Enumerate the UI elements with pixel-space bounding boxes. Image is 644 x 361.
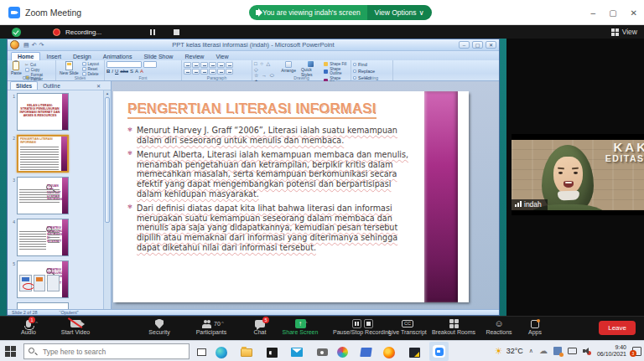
reset-button[interactable]: Reset — [82, 67, 100, 71]
pause-recording-toolbar-icon[interactable] — [352, 319, 361, 328]
italic-button[interactable]: I — [112, 69, 113, 75]
slide-thumbnail-1[interactable]: 1 KELAS LITERASI: STRATEGI PENELUSURAN I… — [9, 93, 111, 131]
pause-recording-icon[interactable] — [150, 29, 155, 35]
ppt-minimize-icon[interactable]: – — [459, 41, 470, 49]
speaker-tray-icon[interactable] — [583, 348, 591, 355]
ppt-maximize-icon[interactable]: ▢ — [472, 41, 483, 49]
firefox-button[interactable] — [381, 344, 397, 360]
grow-font-button[interactable]: A — [135, 69, 138, 75]
encryption-shield-icon[interactable] — [12, 28, 21, 37]
replace-button[interactable]: Replace — [353, 69, 391, 74]
font-name-dropdown[interactable] — [106, 61, 142, 68]
security-button[interactable]: Security — [138, 318, 180, 335]
pane-tab-outline[interactable]: Outline — [38, 82, 65, 90]
bold-button[interactable]: B — [106, 69, 110, 75]
find-button[interactable]: Find — [353, 62, 391, 67]
text-direction-button[interactable] — [226, 62, 233, 68]
shadow-button[interactable]: S — [130, 69, 133, 75]
scrollbar-thumb[interactable] — [105, 97, 110, 223]
scroll-up-icon[interactable]: ▲ — [104, 91, 111, 95]
tab-slide-show[interactable]: Slide Show — [138, 53, 179, 60]
tab-animations[interactable]: Animations — [97, 53, 138, 60]
webcam-panel[interactable]: KAK EDITASI indah — [512, 134, 644, 215]
start-video-button[interactable]: ^ Start Video — [49, 318, 102, 335]
bullets-button[interactable] — [184, 62, 191, 68]
underline-button[interactable]: U — [115, 69, 118, 75]
increase-indent-button[interactable] — [209, 62, 216, 68]
new-slide-button[interactable]: New Slide — [58, 61, 80, 75]
slide-thumbnail-3[interactable]: 3 TUJUAN DAN MANFAAT LITERASI INFORMASI — [9, 177, 111, 214]
ppt-close-icon[interactable]: ✕ — [486, 41, 496, 49]
slide-thumbnail-5[interactable]: 5 STRATEGI PENELUSURAN INFORMASI DI INTE… — [9, 260, 111, 298]
reactions-button[interactable]: ☺ Reactions — [480, 318, 518, 335]
temperature-label[interactable]: 32°C — [506, 347, 523, 355]
camera-app-button[interactable] — [314, 344, 330, 360]
stop-recording-toolbar-icon[interactable] — [364, 319, 373, 328]
mail-button[interactable] — [288, 344, 305, 360]
shape-outline-button[interactable]: Shape Outline — [324, 67, 349, 75]
numbering-button[interactable] — [192, 62, 200, 68]
blue-app-button[interactable] — [357, 344, 374, 360]
breakout-rooms-button[interactable]: Breakout Rooms — [426, 318, 481, 335]
tab-design[interactable]: Design — [67, 53, 97, 60]
cut-button[interactable]: ✂Cut — [25, 62, 54, 67]
store-button[interactable] — [263, 344, 280, 360]
tab-insert[interactable]: Insert — [40, 53, 67, 60]
weather-sun-icon[interactable]: ☀ — [495, 347, 503, 356]
dark-app-button[interactable] — [406, 344, 423, 360]
line-spacing-button[interactable] — [217, 62, 225, 68]
view-button[interactable]: View — [611, 28, 637, 36]
zoom-taskbar-button[interactable] — [429, 342, 449, 361]
pane-tab-slides[interactable]: Slides — [10, 81, 38, 90]
font-size-dropdown[interactable] — [143, 61, 157, 68]
current-slide[interactable]: PENGERTIAN LITERASI INFORMASI Menurut Ha… — [113, 91, 469, 302]
decrease-indent-button[interactable] — [200, 62, 208, 68]
slide-thumbnail-2-selected[interactable]: 2 PENGERTIAN LITERASI INFORMASI — [9, 135, 111, 173]
participants-button[interactable]: 70 ^ Participants — [180, 318, 242, 335]
thumbnail-scrollbar[interactable]: ▲ — [103, 90, 111, 309]
align-right-button[interactable] — [200, 69, 208, 75]
align-left-button[interactable] — [184, 69, 191, 75]
arrange-button[interactable]: Arrange — [279, 61, 298, 73]
stop-recording-icon[interactable] — [174, 29, 179, 35]
view-options-button[interactable]: View Options ∨ — [367, 5, 432, 20]
tab-review[interactable]: Review — [179, 53, 210, 60]
onedrive-cloud-icon[interactable]: ☁ — [539, 347, 548, 355]
tab-view[interactable]: View — [210, 53, 234, 60]
smartart-button[interactable] — [226, 69, 233, 75]
pane-close-icon[interactable]: ✕ — [96, 83, 101, 89]
task-view-button[interactable] — [193, 344, 210, 360]
taskbar-clock[interactable]: 9:40 06/10/2021 — [597, 344, 626, 358]
tab-home[interactable]: Home — [11, 52, 40, 60]
justify-button[interactable] — [209, 69, 216, 75]
taskbar-search-input[interactable] — [23, 343, 190, 359]
copy-button[interactable]: Copy — [25, 68, 54, 72]
columns-button[interactable] — [217, 69, 225, 75]
leave-button[interactable]: Leave — [599, 321, 636, 335]
share-chevron-icon[interactable]: ^ — [305, 321, 308, 326]
start-button[interactable] — [5, 346, 16, 357]
minimize-icon[interactable]: – — [591, 8, 596, 18]
file-explorer-button[interactable] — [238, 344, 255, 360]
slide-thumbnail-6-partial[interactable] — [9, 302, 111, 309]
chat-button[interactable]: 5 Chat — [245, 318, 275, 335]
slide-thumbnail-4[interactable]: 4 STRATEGI PENELUSURAN INFORMASI DI INTE… — [9, 219, 111, 256]
audio-button[interactable]: 1 ^ Audio — [10, 318, 47, 335]
action-center-icon[interactable]: 3 — [632, 347, 641, 356]
edge-button[interactable] — [213, 344, 230, 360]
paste-button[interactable]: Paste — [9, 61, 23, 75]
audio-chevron-icon[interactable]: ^ — [35, 321, 38, 326]
strikethrough-button[interactable]: abc — [120, 69, 128, 75]
layout-button[interactable]: Layout — [82, 62, 100, 66]
participants-chevron-icon[interactable]: ^ — [221, 321, 224, 326]
tray-app-icon[interactable] — [553, 347, 562, 355]
close-icon[interactable]: ✕ — [631, 8, 637, 18]
align-center-button[interactable] — [192, 69, 200, 75]
video-chevron-icon[interactable]: ^ — [80, 321, 83, 326]
maximize-icon[interactable]: ▢ — [609, 8, 616, 18]
shape-fill-button[interactable]: Shape Fill — [324, 62, 349, 66]
font-color-button[interactable]: A — [140, 69, 143, 75]
paint-app-button[interactable] — [334, 344, 351, 360]
display-icon[interactable] — [568, 348, 577, 354]
tray-chevron-icon[interactable]: ∧ — [529, 348, 533, 354]
